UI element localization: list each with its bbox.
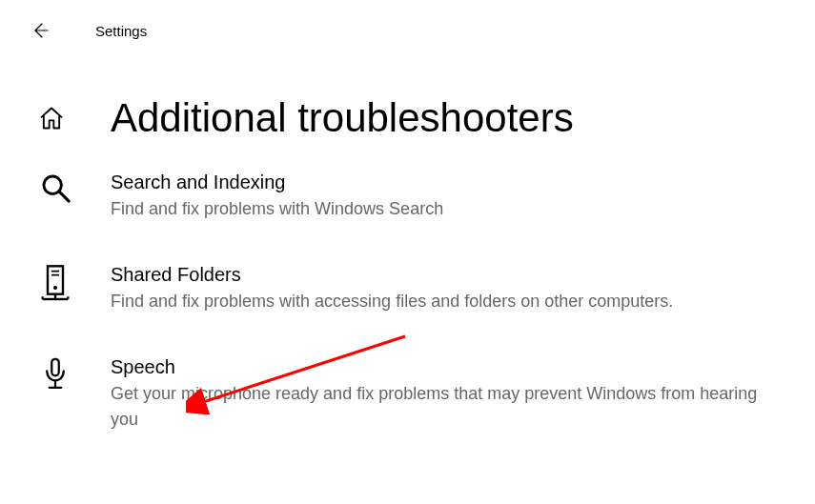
item-title: Shared Folders bbox=[111, 262, 673, 287]
home-icon-wrap[interactable] bbox=[38, 105, 72, 131]
search-icon bbox=[39, 171, 71, 204]
back-arrow-icon bbox=[31, 21, 50, 40]
item-desc: Find and fix problems with accessing fil… bbox=[111, 289, 673, 314]
item-title: Search and Indexing bbox=[111, 170, 443, 194]
svg-line-1 bbox=[59, 192, 69, 201]
item-desc: Find and fix problems with Windows Searc… bbox=[111, 196, 443, 222]
svg-point-5 bbox=[53, 286, 57, 290]
svg-rect-2 bbox=[48, 266, 63, 293]
home-icon bbox=[38, 105, 65, 131]
item-desc: Get your microphone ready and fix proble… bbox=[111, 381, 759, 433]
page-title-row: Additional troubleshooters bbox=[38, 95, 815, 141]
content-area: Additional troubleshooters Search and In… bbox=[0, 48, 815, 433]
troubleshooter-item-search[interactable]: Search and Indexing Find and fix problem… bbox=[38, 170, 815, 222]
troubleshooter-item-speech[interactable]: Speech Get your microphone ready and fix… bbox=[38, 354, 815, 433]
back-button[interactable] bbox=[21, 11, 59, 50]
header-title: Settings bbox=[95, 23, 147, 39]
svg-rect-10 bbox=[51, 359, 59, 376]
troubleshooter-item-shared-folders[interactable]: Shared Folders Find and fix problems wit… bbox=[38, 262, 815, 314]
page-title: Additional troubleshooters bbox=[111, 95, 574, 141]
item-title: Speech bbox=[111, 354, 759, 379]
server-icon bbox=[40, 264, 71, 304]
microphone-icon bbox=[41, 356, 70, 393]
header: Settings bbox=[0, 0, 815, 48]
